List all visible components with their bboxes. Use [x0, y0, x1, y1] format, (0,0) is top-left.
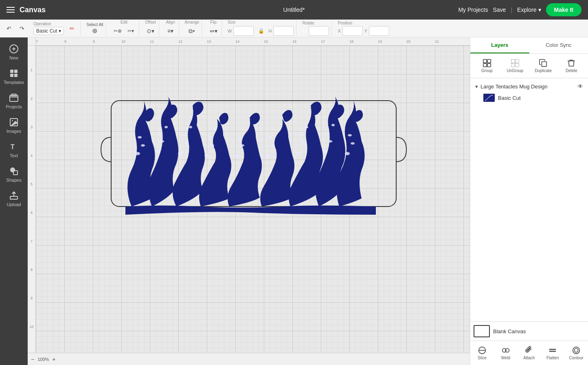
svg-point-16 [135, 152, 140, 155]
svg-point-38 [302, 142, 306, 145]
flip-button[interactable]: ⇔▾ [208, 25, 219, 37]
operation-select[interactable]: Basic Cut ▾ [33, 27, 64, 35]
text-icon: T [9, 142, 19, 152]
shapes-icon [9, 166, 19, 176]
sidebar-item-new[interactable]: New [2, 41, 26, 64]
redo-button[interactable]: ↷ [16, 23, 28, 34]
svg-point-36 [268, 136, 272, 139]
images-icon [9, 117, 19, 127]
sidebar-item-projects[interactable]: Projects [2, 90, 26, 112]
arrange-button[interactable]: ⧉▾ [186, 25, 197, 37]
width-input[interactable] [233, 26, 254, 36]
explore-button[interactable]: Explore ▾ [517, 7, 541, 13]
rotate-input[interactable] [309, 26, 329, 36]
visibility-icon[interactable]: 👁 [577, 83, 583, 90]
edit-select-button[interactable]: ✂⊕ [112, 25, 123, 37]
slice-button[interactable]: Slice [470, 344, 494, 362]
hamburger-menu[interactable] [7, 7, 15, 13]
contour-button[interactable]: Contour [564, 344, 588, 362]
zoom-in-button[interactable]: + [52, 356, 55, 363]
weld-icon [501, 346, 510, 355]
svg-point-19 [156, 150, 160, 153]
chevron-down-icon: ▾ [538, 7, 541, 13]
ruler-mark-y3: 3 [31, 125, 33, 129]
y-input[interactable] [369, 26, 389, 36]
ruler-mark-21: 21 [435, 40, 439, 44]
attach-icon [524, 346, 533, 355]
my-projects-button[interactable]: My Projects [458, 7, 488, 13]
x-input[interactable] [342, 26, 363, 36]
nav-right: My Projects Save | Explore ▾ Make It [458, 3, 581, 16]
lock-icon[interactable]: 🔒 [255, 25, 267, 37]
make-it-button[interactable]: Make It [546, 3, 581, 16]
offset-button[interactable]: ⊙▾ [145, 25, 156, 37]
ruler-mark-y10: 10 [29, 325, 33, 329]
duplicate-button[interactable]: Duplicate [530, 57, 557, 75]
svg-rect-62 [549, 349, 556, 350]
layer-item-basic-cut[interactable]: Basic Cut [474, 91, 585, 104]
blank-canvas-thumbnail [474, 325, 490, 337]
position-group: Position X Y [335, 21, 392, 36]
operation-color-button[interactable]: ✏ [66, 23, 78, 34]
right-panel-actions: Group UnGroup Duplicate Delete [470, 54, 588, 78]
delete-button[interactable]: Delete [558, 57, 585, 75]
weld-label: Weld [501, 356, 510, 360]
ruler-mark-9: 9 [93, 40, 95, 44]
ungroup-button[interactable]: UnGroup [502, 57, 528, 75]
sidebar-item-shapes[interactable]: Shapes [2, 163, 26, 186]
select-all-button[interactable]: Select All ⊕ [86, 22, 103, 35]
svg-point-18 [138, 136, 142, 139]
ruler-top: 7 8 9 10 11 12 13 14 15 16 17 18 19 20 2… [36, 37, 470, 46]
svg-rect-48 [483, 59, 486, 63]
tab-layers[interactable]: Layers [470, 37, 529, 53]
svg-point-44 [331, 124, 335, 126]
sidebar-item-templates-label: Templates [4, 80, 24, 85]
svg-rect-63 [549, 351, 556, 352]
svg-point-27 [204, 154, 209, 157]
sidebar-item-templates[interactable]: Templates [2, 65, 26, 88]
flip-group: Flip ⇔▾ [205, 20, 222, 37]
height-input[interactable] [273, 26, 294, 36]
mug-design-container[interactable] [99, 88, 408, 219]
svg-point-28 [210, 144, 214, 147]
sidebar-item-upload[interactable]: Upload [2, 187, 26, 210]
align-button[interactable]: ≡▾ [165, 25, 176, 37]
weld-button[interactable]: Weld [494, 344, 518, 362]
svg-text:T: T [11, 143, 15, 150]
operation-group: Operation Basic Cut ▾ ✏ [31, 22, 81, 35]
nav-divider: | [511, 7, 512, 13]
svg-point-10 [12, 120, 13, 121]
flatten-button[interactable]: Flatten [541, 344, 564, 362]
duplicate-label: Duplicate [535, 68, 552, 73]
sidebar-item-new-label: New [9, 55, 18, 60]
align-label: Align [166, 20, 175, 24]
edit-warp-button[interactable]: ✂▾ [125, 25, 136, 37]
ruler-mark-y7: 7 [31, 239, 33, 243]
align-group: Align ≡▾ [162, 20, 179, 37]
delete-label: Delete [566, 68, 577, 73]
ruler-mark-y4: 4 [31, 154, 33, 158]
sidebar-item-shapes-label: Shapes [6, 178, 21, 182]
attach-button[interactable]: Attach [518, 344, 541, 362]
svg-rect-49 [487, 59, 491, 63]
ruler-mark-y9: 9 [31, 296, 33, 300]
svg-point-31 [235, 154, 240, 157]
zoom-out-button[interactable]: − [31, 356, 34, 363]
canvas-area[interactable]: 7 8 9 10 11 12 13 14 15 16 17 18 19 20 2… [28, 37, 470, 365]
svg-point-30 [213, 128, 217, 130]
sidebar-item-text[interactable]: T Text [2, 139, 26, 161]
layer-group-header[interactable]: ▾ Large Tentacles Mug Design 👁 [474, 81, 585, 91]
undo-button[interactable]: ↶ [3, 23, 15, 34]
svg-point-26 [189, 126, 192, 128]
svg-rect-3 [10, 70, 13, 73]
undo-redo-group: ↶ ↷ [3, 23, 28, 34]
sidebar-item-images[interactable]: Images [2, 114, 26, 137]
save-button[interactable]: Save [493, 7, 506, 13]
ruler-mark-y5: 5 [31, 182, 33, 186]
svg-point-24 [184, 142, 189, 145]
group-button[interactable]: Group [474, 57, 500, 75]
svg-point-17 [141, 144, 145, 147]
ruler-corner [28, 37, 36, 46]
ruler-mark-17: 17 [321, 40, 325, 44]
tab-color-sync[interactable]: Color Sync [529, 37, 588, 53]
